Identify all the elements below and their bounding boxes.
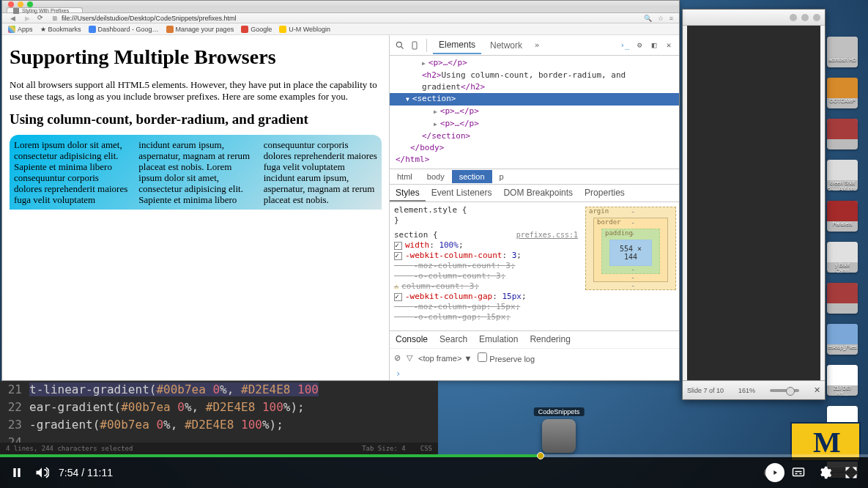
rule-checkbox[interactable] (394, 252, 402, 260)
tab-rendering[interactable]: Rendering (524, 331, 576, 348)
selected-dom-node[interactable]: <section> (390, 93, 679, 106)
desktop-icon[interactable]: creen Shot 5-… AM.png (827, 160, 858, 191)
page-content: Supporting Multiple Browsers Not all bro… (2, 35, 389, 380)
console-toolbar: ⊘ ▽ <top frame> ▼ Preserve log (390, 348, 679, 367)
browser-window: Styling With Prefixes ◀ ▶ ⟳ 🗎file:///Use… (1, 0, 680, 381)
language-mode[interactable]: CSS (420, 440, 432, 454)
time-display: 7:54 / 11:11 (59, 467, 113, 478)
presentation-window: Slide 7 of 10 161% ✕ (682, 9, 826, 400)
desktop-icon[interactable]: y Boot Camp (827, 242, 858, 273)
window-titlebar[interactable] (2, 1, 679, 7)
inspect-icon[interactable] (394, 40, 406, 51)
rule-checkbox[interactable] (394, 293, 402, 301)
dock: CodeSnippets (438, 409, 680, 453)
close-window-icon[interactable] (8, 1, 14, 7)
close-icon[interactable]: ✕ (814, 385, 820, 395)
video-controls: 7:54 / 11:11 (0, 457, 868, 488)
tab-console[interactable]: Console (390, 331, 434, 348)
box-model: argin- border- padding- 554 × 144 - - - (582, 202, 679, 330)
filter-icon[interactable]: ▽ (407, 353, 412, 363)
tab-event-listeners[interactable]: Event Listeners (426, 185, 498, 202)
tab-network[interactable]: Network (484, 37, 528, 53)
captions-button[interactable] (790, 465, 806, 481)
close-icon[interactable]: ✕ (663, 40, 675, 51)
subheading: Using column-count, border-radium, and g… (10, 111, 382, 127)
window-maximize-icon[interactable] (801, 14, 809, 21)
window-minimize-icon[interactable] (790, 14, 797, 21)
desktop-icon[interactable] (827, 119, 858, 149)
bookmark-item[interactable]: Manage your pages (166, 26, 234, 33)
pause-button[interactable] (9, 465, 25, 481)
devtools-panel: Elements Network » ›_ ⚙ ◧ ✕ <p>…</p> <h2… (389, 35, 679, 380)
desktop-icon[interactable]: acintosh HD (827, 37, 858, 67)
autoplay-toggle[interactable] (764, 465, 780, 481)
styles-tabs: Styles Event Listeners DOM Breakpoints P… (390, 185, 679, 202)
breadcrumb-item[interactable]: p (492, 170, 511, 183)
desktop-icon[interactable] (827, 283, 858, 314)
desktop-icon[interactable]: OOTCAMP (827, 78, 858, 108)
dock-app[interactable] (542, 419, 576, 453)
reload-button[interactable]: ⟳ (37, 14, 46, 23)
breadcrumb-item[interactable]: section (452, 170, 492, 183)
devtools-toolbar: Elements Network » ›_ ⚙ ◧ ✕ (390, 35, 679, 56)
bookmark-item[interactable]: ★Bookmarks (40, 26, 81, 33)
volume-button[interactable] (34, 465, 50, 481)
desktop-icon[interactable]: esktop_Files (827, 324, 858, 355)
minimize-window-icon[interactable] (18, 1, 23, 7)
settings-button[interactable] (817, 465, 833, 481)
zoom-icon[interactable]: 🔍 (644, 15, 652, 22)
bookmark-item[interactable]: Google (241, 26, 272, 33)
fullscreen-button[interactable] (843, 465, 859, 481)
bookmark-star-icon[interactable]: ☆ (658, 15, 664, 22)
progress-bar[interactable] (0, 454, 868, 457)
zoom-slider[interactable] (770, 389, 799, 392)
clear-console-icon[interactable]: ⊘ (394, 353, 401, 363)
frame-selector[interactable]: <top frame> ▼ (418, 354, 472, 363)
slide-position: Slide 7 of 10 (687, 387, 724, 394)
desktop-icons: acintosh HD OOTCAMP creen Shot 5-… AM.pn… (827, 37, 862, 478)
bookmark-item[interactable]: Dashboard - Goog… (89, 26, 159, 33)
tab-styles[interactable]: Styles (390, 185, 426, 202)
breadcrumb-item[interactable]: html (390, 170, 420, 183)
column-section: Lorem ipsum dolor sit amet, consectetur … (10, 135, 382, 210)
back-button[interactable]: ◀ (8, 14, 17, 23)
desktop-icon[interactable]: ZLI DEI ndi…27.docx (827, 365, 858, 396)
code-editor[interactable]: 21t-linear-gradient(#00b7ea 0%, #D2E4E8 … (0, 381, 438, 454)
console-prompt[interactable]: › (390, 367, 679, 380)
tab-search[interactable]: Search (434, 331, 473, 348)
dock-icon[interactable]: ◧ (648, 40, 660, 51)
zoom-level: 161% (738, 387, 755, 394)
console-toggle-icon[interactable]: ›_ (619, 40, 631, 51)
bookmark-item[interactable]: U-M Weblogin (279, 26, 330, 33)
intro-paragraph: Not all browsers support all HTML5 eleme… (10, 79, 382, 103)
apps-button[interactable]: Apps (8, 26, 33, 33)
tab-dom-breakpoints[interactable]: DOM Breakpoints (497, 185, 579, 202)
tab-elements[interactable]: Elements (433, 37, 481, 54)
page-heading: Supporting Multiple Browsers (10, 45, 382, 69)
settings-gear-icon[interactable]: ⚙ (634, 40, 645, 51)
window-close-icon[interactable] (813, 14, 820, 21)
dom-tree[interactable]: <p>…</p> <h2>Using column-count, border-… (390, 56, 679, 169)
preserve-log-checkbox[interactable]: Preserve log (478, 352, 535, 363)
svg-rect-1 (412, 42, 417, 49)
forward-button[interactable]: ▶ (23, 14, 31, 23)
css-rules[interactable]: element.style { } prefixes.css:1section … (390, 202, 582, 330)
source-link[interactable]: prefixes.css:1 (516, 230, 578, 240)
menu-icon[interactable]: ≡ (669, 15, 673, 22)
dock-tooltip: CodeSnippets (534, 407, 585, 416)
tab-size[interactable]: Tab Size: 4 (362, 440, 406, 454)
rule-checkbox[interactable] (394, 242, 402, 250)
drawer-tabs: Console Search Emulation Rendering (390, 330, 679, 348)
zoom-window-icon[interactable] (27, 1, 33, 7)
device-icon[interactable] (409, 40, 420, 51)
desktop-icon[interactable]: Parallels (827, 201, 858, 232)
tab-emulation[interactable]: Emulation (473, 331, 524, 348)
breadcrumb-item[interactable]: body (420, 170, 452, 183)
overflow-icon[interactable]: » (531, 40, 543, 51)
box-model-content: 554 × 144 (609, 240, 652, 266)
url-field[interactable]: 🗎file:///Users/deilstudioe/Desktop/CodeS… (52, 15, 638, 22)
dom-breadcrumb: html body section p (390, 169, 679, 185)
browser-tab[interactable]: Styling With Prefixes (7, 7, 83, 12)
tab-properties[interactable]: Properties (579, 185, 631, 202)
tab-strip: Styling With Prefixes (2, 7, 679, 13)
